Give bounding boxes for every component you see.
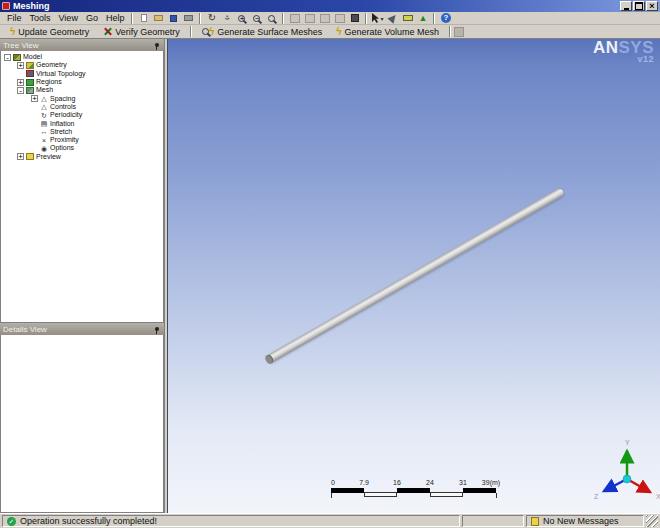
geometry-icon [26,62,34,69]
menu-tools[interactable]: Tools [26,12,55,24]
mesh-icon [26,87,34,94]
triad-z-label: Z [594,493,599,500]
tree-item-stretch[interactable]: ↔ Stretch [1,128,163,136]
main-area: Tree View - Model + Geometry Virtual T [0,39,660,513]
title-bar: Meshing [0,0,660,12]
rotate-icon[interactable]: ↻ [204,12,219,24]
tree-item-inflation[interactable]: ▤ Inflation [1,119,163,127]
ruler-label: 39(m) [482,479,500,487]
zoom-in-icon[interactable]: + [234,12,249,24]
graphics-viewport[interactable]: ANSYS v12 0 7.9 16 24 31 39(m) [168,39,660,513]
iso-view-2-icon[interactable] [302,12,317,24]
expander-icon[interactable]: - [4,54,11,61]
iso-view-1-icon[interactable] [287,12,302,24]
status-message-section: Operation successfully completed! [2,515,460,527]
mesh-toolbar: ϟ Update Geometry Verify Geometry ϟ Gene… [0,25,660,39]
maximize-button[interactable] [633,1,645,11]
zoom-out-icon[interactable]: − [249,12,264,24]
tree-item-spacing[interactable]: + △ Spacing [1,94,163,102]
menu-help[interactable]: Help [102,12,129,24]
menu-view[interactable]: View [55,12,82,24]
messages-icon [531,517,539,526]
expander-icon[interactable]: + [31,95,38,102]
expander-icon[interactable]: + [17,79,24,86]
menu-file[interactable]: File [3,12,26,24]
tree-item-proximity[interactable]: × Proximity [1,136,163,144]
regions-icon [26,79,34,86]
tree-item-label: Options [50,144,74,152]
tree-item-preview[interactable]: + Preview [1,153,163,161]
cylinder-geometry[interactable] [265,187,565,364]
tree-item-label: Periodicity [50,111,82,119]
status-empty-section [462,515,524,527]
update-geometry-button[interactable]: ϟ Update Geometry [3,25,96,38]
print-icon[interactable] [181,12,196,24]
verify-geometry-label: Verify Geometry [115,27,180,37]
resize-grip[interactable] [646,515,658,527]
expander-icon[interactable]: + [17,153,24,160]
iso-view-3-icon[interactable] [317,12,332,24]
generate-volume-mesh-button[interactable]: ϟ Generate Volume Mesh [329,25,446,38]
pan-icon[interactable]: ↔↕ [219,12,234,24]
expander-spacer [31,112,38,119]
legend-icon[interactable] [400,12,415,24]
look-at-icon[interactable] [385,12,400,24]
select-mode-icon[interactable]: ▾ [370,12,385,24]
tree-item-controls[interactable]: △ Controls [1,103,163,111]
menu-go[interactable]: Go [82,12,102,24]
pin-icon[interactable] [155,43,159,47]
tree-item-label: Regions [36,78,62,86]
shaded-cube-icon[interactable] [347,12,362,24]
expander-spacer [31,103,38,110]
messages-section[interactable]: No New Messages [526,515,644,527]
tree-item-options[interactable]: ◉ Options [1,144,163,152]
iso-view-4-icon[interactable] [332,12,347,24]
toolbar-separator [449,26,451,37]
tree-view-title: Tree View [3,41,39,50]
tree-item-mesh[interactable]: - Mesh [1,86,163,94]
preview-icon [26,153,34,160]
details-view-title: Details View [3,325,47,334]
toolbar-separator [199,13,201,24]
tree-item-label: Model [23,53,42,61]
new-icon[interactable] [136,12,151,24]
open-icon[interactable] [151,12,166,24]
tree-item-regions[interactable]: + Regions [1,78,163,86]
save-icon[interactable] [166,12,181,24]
controls-icon: △ [40,103,48,110]
tree-item-geometry[interactable]: + Geometry [1,61,163,69]
tree-item-periodicity[interactable]: ↻ Periodicity [1,111,163,119]
generate-surface-meshes-button[interactable]: ϟ Generate Surface Meshes [195,25,329,38]
minimize-button[interactable] [620,1,632,11]
orientation-triad[interactable]: Y X Z [590,437,660,513]
surface-mesh-icon: ϟ [202,27,214,37]
expander-icon[interactable]: - [17,87,24,94]
verify-icon [103,27,112,36]
expander-spacer [31,137,38,144]
triad-toggle-icon[interactable]: ▲ [415,12,430,24]
periodicity-icon: ↻ [40,112,48,119]
success-icon [7,517,16,526]
tree-view: - Model + Geometry Virtual Topology + [0,51,164,323]
ruler-label: 24 [426,479,434,487]
generate-surface-label: Generate Surface Meshes [217,27,322,37]
status-message: Operation successfully completed! [20,516,157,526]
zoom-box-icon[interactable] [264,12,279,24]
tree-item-virtual-topology[interactable]: Virtual Topology [1,70,163,78]
toolbar-separator [190,26,192,37]
model-icon [13,54,21,61]
expander-spacer [31,128,38,135]
toolbar-separator [433,13,435,24]
generate-volume-label: Generate Volume Mesh [345,27,440,37]
expander-icon[interactable]: + [17,62,24,69]
verify-geometry-button[interactable]: Verify Geometry [96,25,187,38]
tree-item-model[interactable]: - Model [1,53,163,61]
help-icon[interactable]: ? [438,12,453,24]
close-button[interactable] [646,1,658,11]
inflation-icon: ▤ [40,120,48,127]
details-view-header: Details View [0,323,164,335]
logo-brand-strong: AN [593,39,619,57]
triad-y-label: Y [625,439,630,446]
pin-icon[interactable] [155,327,159,331]
tree-view-header: Tree View [0,39,164,51]
